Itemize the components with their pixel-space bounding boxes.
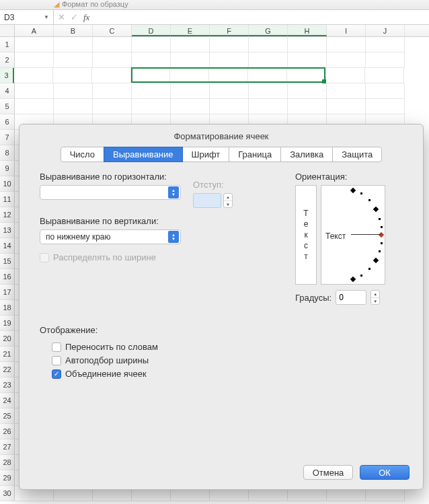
row-header[interactable]: 9 bbox=[0, 161, 15, 176]
tab-граница[interactable]: Граница bbox=[229, 147, 281, 162]
cell[interactable] bbox=[366, 99, 405, 114]
cell[interactable] bbox=[210, 52, 249, 68]
cell[interactable] bbox=[15, 99, 54, 114]
cell[interactable] bbox=[209, 68, 248, 83]
row-header[interactable]: 7 bbox=[0, 130, 15, 145]
col-header[interactable]: G bbox=[249, 25, 288, 36]
indent-stepper[interactable]: ▲▼ bbox=[223, 193, 233, 208]
fx-icon[interactable]: fx bbox=[83, 12, 89, 23]
cell[interactable] bbox=[288, 99, 327, 114]
cell[interactable] bbox=[93, 37, 132, 52]
cell[interactable] bbox=[92, 68, 131, 83]
v-align-select[interactable]: по нижнему краю ▲▼ bbox=[40, 229, 181, 244]
orientation-vertical-preview[interactable]: Текст bbox=[295, 185, 317, 285]
degrees-stepper[interactable]: ▲▼ bbox=[370, 290, 380, 305]
row-header[interactable]: 3 bbox=[0, 68, 14, 83]
cell[interactable] bbox=[93, 83, 132, 99]
confirm-icon[interactable]: ✓ bbox=[71, 12, 78, 22]
cell[interactable] bbox=[132, 99, 171, 114]
row-header[interactable]: 21 bbox=[0, 347, 15, 362]
row-header[interactable]: 28 bbox=[0, 455, 15, 470]
ok-button[interactable]: ОК bbox=[360, 465, 410, 480]
row-header[interactable]: 14 bbox=[0, 238, 15, 254]
row-header[interactable]: 25 bbox=[0, 408, 15, 424]
col-header[interactable]: B bbox=[54, 25, 93, 36]
merge-row[interactable]: ✓ Объединение ячеек bbox=[52, 369, 403, 379]
row-header[interactable]: 30 bbox=[0, 486, 15, 501]
cell[interactable] bbox=[366, 52, 405, 68]
col-header[interactable]: F bbox=[210, 25, 249, 36]
cell[interactable] bbox=[132, 83, 171, 99]
cell[interactable] bbox=[249, 83, 288, 99]
cell[interactable] bbox=[93, 52, 132, 68]
cell[interactable] bbox=[327, 52, 366, 68]
cell[interactable] bbox=[54, 83, 93, 99]
format-painter-label[interactable]: Формат по образцу bbox=[62, 0, 128, 8]
merge-checkbox[interactable]: ✓ bbox=[52, 369, 61, 379]
cell[interactable] bbox=[15, 52, 54, 68]
cell[interactable] bbox=[54, 52, 93, 68]
cell[interactable] bbox=[210, 37, 249, 52]
cell[interactable] bbox=[54, 99, 93, 114]
row-header[interactable]: 29 bbox=[0, 470, 15, 486]
cell[interactable] bbox=[171, 99, 210, 114]
cell[interactable] bbox=[366, 83, 405, 99]
cell[interactable] bbox=[288, 52, 327, 68]
row-header[interactable]: 6 bbox=[0, 114, 15, 130]
cell[interactable] bbox=[327, 37, 366, 52]
cell[interactable] bbox=[327, 99, 366, 114]
wrap-checkbox[interactable] bbox=[52, 343, 61, 352]
row-header[interactable]: 17 bbox=[0, 285, 15, 300]
row-header[interactable]: 26 bbox=[0, 424, 15, 439]
cell[interactable] bbox=[171, 52, 210, 68]
row-header[interactable]: 22 bbox=[0, 362, 15, 377]
cell[interactable] bbox=[249, 99, 288, 114]
row-header[interactable]: 20 bbox=[0, 331, 15, 347]
row-header[interactable]: 13 bbox=[0, 223, 15, 238]
shrink-checkbox[interactable] bbox=[52, 356, 61, 365]
row-header[interactable]: 27 bbox=[0, 439, 15, 455]
cell[interactable] bbox=[288, 37, 327, 52]
row-header[interactable]: 5 bbox=[0, 99, 15, 114]
tab-шрифт[interactable]: Шрифт bbox=[182, 147, 230, 162]
cell[interactable] bbox=[93, 99, 132, 114]
tab-выравнивание[interactable]: Выравнивание bbox=[104, 147, 182, 162]
tab-защита[interactable]: Защита bbox=[332, 147, 382, 162]
row-header[interactable]: 19 bbox=[0, 316, 15, 331]
row-header[interactable]: 23 bbox=[0, 377, 15, 393]
col-header[interactable]: D bbox=[132, 25, 171, 36]
name-box[interactable]: D3 ▼ bbox=[0, 10, 54, 24]
cell[interactable] bbox=[132, 52, 171, 68]
cell[interactable] bbox=[15, 37, 54, 52]
row-header[interactable]: 18 bbox=[0, 300, 15, 316]
cancel-icon[interactable]: ✕ bbox=[58, 12, 65, 22]
cell[interactable] bbox=[327, 83, 366, 99]
cell[interactable] bbox=[366, 37, 405, 52]
cell[interactable] bbox=[170, 68, 209, 83]
select-all-corner[interactable] bbox=[0, 25, 15, 36]
cell[interactable] bbox=[326, 68, 365, 83]
orientation-dial[interactable]: Текст bbox=[321, 185, 385, 285]
row-header[interactable]: 4 bbox=[0, 83, 15, 99]
cell[interactable] bbox=[53, 68, 92, 83]
shrink-row[interactable]: Автоподбор ширины bbox=[52, 355, 403, 365]
cell[interactable] bbox=[54, 37, 93, 52]
row-header[interactable]: 8 bbox=[0, 145, 15, 161]
degrees-input[interactable] bbox=[336, 290, 366, 305]
col-header[interactable]: E bbox=[171, 25, 210, 36]
row-header[interactable]: 11 bbox=[0, 192, 15, 207]
tab-заливка[interactable]: Заливка bbox=[280, 147, 333, 162]
col-header[interactable]: C bbox=[93, 25, 132, 36]
cell[interactable] bbox=[249, 37, 288, 52]
row-header[interactable]: 10 bbox=[0, 176, 15, 192]
cell[interactable] bbox=[15, 83, 54, 99]
cell[interactable] bbox=[365, 68, 404, 83]
h-align-select[interactable]: ▲▼ bbox=[40, 185, 181, 200]
row-header[interactable]: 12 bbox=[0, 207, 15, 223]
row-header[interactable]: 15 bbox=[0, 254, 15, 269]
cell[interactable] bbox=[131, 68, 170, 83]
row-header[interactable]: 2 bbox=[0, 52, 15, 68]
row-header[interactable]: 16 bbox=[0, 269, 15, 285]
tab-число[interactable]: Число bbox=[61, 147, 104, 162]
col-header[interactable]: I bbox=[327, 25, 366, 36]
